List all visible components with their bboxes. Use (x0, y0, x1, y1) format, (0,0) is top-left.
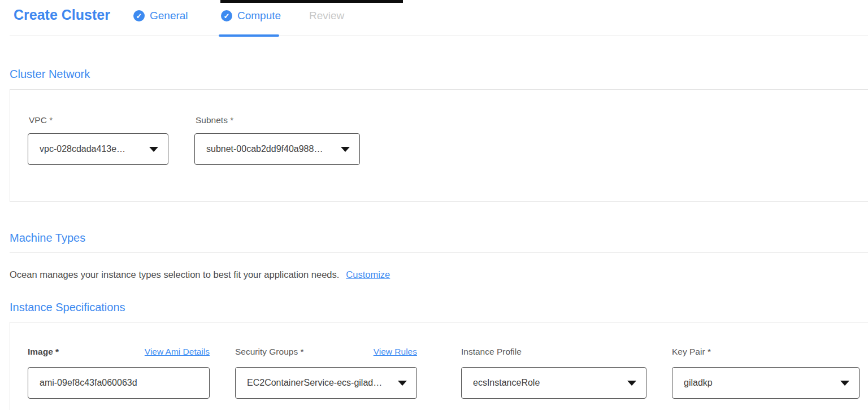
chevron-down-icon (627, 381, 636, 386)
check-circle-icon: ✓ (221, 10, 232, 21)
security-groups-field-group: Security Groups * View Rules EC2Containe… (235, 347, 417, 399)
instance-profile-label: Instance Profile (461, 347, 522, 357)
key-pair-select[interactable]: giladkp (672, 367, 860, 399)
active-tab-indicator (219, 34, 279, 37)
security-groups-label: Security Groups * (235, 347, 303, 357)
tab-review-label: Review (309, 10, 344, 22)
tab-compute[interactable]: ✓ Compute (221, 10, 281, 22)
vpc-label: VPC * (29, 115, 53, 125)
tab-compute-label: Compute (237, 10, 281, 22)
header-divider (10, 36, 868, 36)
chevron-down-icon (149, 147, 158, 152)
tab-general-label: General (150, 10, 188, 22)
chevron-down-icon (840, 381, 849, 386)
tab-review[interactable]: Review (309, 10, 344, 22)
image-input[interactable] (28, 367, 210, 399)
view-rules-link[interactable]: View Rules (374, 347, 417, 357)
page-title: Create Cluster (14, 7, 110, 23)
security-groups-select-value: EC2ContainerService-ecs-gilad… (247, 378, 382, 388)
instance-specifications-card: Image * View Ami Details Security Groups… (10, 322, 868, 410)
view-ami-details-link[interactable]: View Ami Details (145, 347, 210, 357)
security-groups-select[interactable]: EC2ContainerService-ecs-gilad… (235, 367, 417, 399)
key-pair-select-value: giladkp (684, 378, 713, 388)
tab-general[interactable]: ✓ General (133, 10, 188, 22)
instance-profile-select-value: ecsInstanceRole (473, 378, 540, 388)
image-field-group: Image * View Ami Details (28, 347, 210, 399)
chevron-down-icon (398, 381, 407, 386)
machine-types-divider (10, 252, 868, 253)
key-pair-label: Key Pair * (672, 347, 711, 357)
key-pair-field-group: Key Pair * giladkp (672, 347, 860, 399)
instance-specifications-heading: Instance Specifications (10, 301, 125, 314)
cluster-network-card: VPC * Subnets * vpc-028cdada413e… subnet… (10, 89, 868, 202)
subnets-select-value: subnet-00cab2dd9f40a988… (206, 144, 323, 154)
top-dark-strip (220, 0, 403, 3)
machine-types-heading: Machine Types (10, 232, 85, 245)
check-circle-icon: ✓ (133, 10, 145, 21)
chevron-down-icon (341, 147, 350, 152)
instance-profile-field-group: Instance Profile ecsInstanceRole (461, 347, 646, 399)
subnets-label: Subnets * (196, 115, 233, 125)
subnets-select[interactable]: subnet-00cab2dd9f40a988… (194, 133, 360, 165)
image-label: Image * (28, 347, 59, 357)
create-cluster-page: { "colors": { "accent_blue": "#3d8af0", … (0, 0, 868, 410)
vpc-select-value: vpc-028cdada413e… (40, 144, 125, 154)
machine-types-description-row: Ocean manages your instance types select… (10, 269, 390, 280)
instance-profile-select[interactable]: ecsInstanceRole (461, 367, 646, 399)
machine-types-description: Ocean manages your instance types select… (10, 269, 339, 280)
customize-link[interactable]: Customize (346, 269, 390, 280)
vpc-select[interactable]: vpc-028cdada413e… (28, 133, 168, 165)
cluster-network-heading: Cluster Network (10, 68, 90, 81)
